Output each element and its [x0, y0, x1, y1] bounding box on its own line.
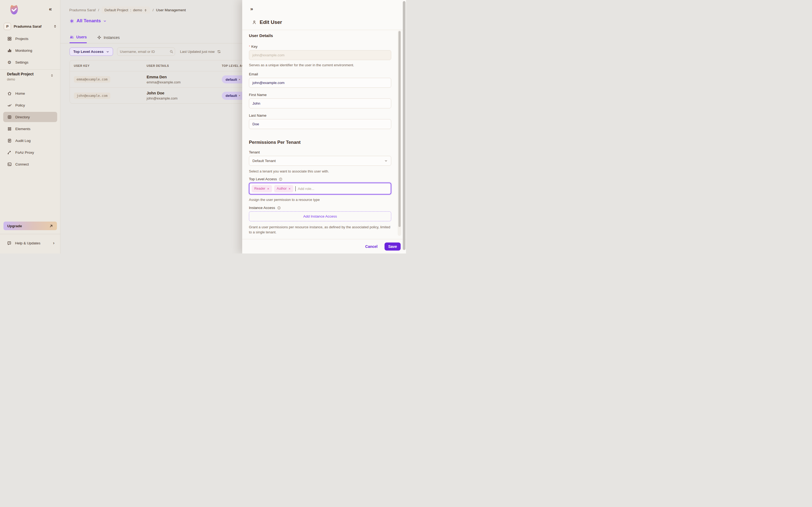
sidebar-item-label: Home: [15, 92, 25, 96]
chevron-down-icon: [103, 19, 107, 23]
sidebar-item-connect[interactable]: Connect: [3, 159, 57, 169]
tenant-helper: Select a tenant you want to associate th…: [249, 169, 329, 174]
org-avatar: P: [4, 23, 11, 30]
project-name: Default Project: [7, 72, 57, 76]
search-input[interactable]: [120, 50, 167, 54]
user-search: [117, 48, 175, 56]
sidebar-item-label: Projects: [15, 37, 29, 41]
sidebar-item-directory[interactable]: Directory: [3, 112, 57, 122]
col-user-details: USER DETAILS: [147, 64, 222, 67]
cancel-button[interactable]: Cancel: [365, 244, 377, 249]
required-asterisk: *: [249, 45, 250, 49]
help-label: Help & Updates: [15, 241, 41, 245]
sidebar-collapse-icon[interactable]: «: [49, 6, 51, 12]
col-user-key: USER KEY: [70, 64, 147, 67]
tab-users-label: Users: [76, 35, 87, 39]
help-chat-icon: ?: [7, 241, 11, 245]
user-name: John Doe: [147, 91, 222, 95]
org-name: Pradumna Saraf: [14, 24, 50, 29]
sidebar: « P Pradumna Saraf Projects Monitoring ⚙…: [0, 0, 60, 253]
sidebar-item-monitoring[interactable]: Monitoring: [3, 45, 57, 56]
breadcrumb-user[interactable]: Pradumna Saraf: [69, 8, 96, 12]
tab-instances[interactable]: Instances: [97, 32, 120, 43]
last-updated-label: Last Updated just now: [180, 50, 215, 54]
role-tenant: default: [225, 94, 237, 98]
chip-label: Author: [277, 187, 287, 190]
key-label: *Key: [249, 45, 257, 49]
svg-text:?: ?: [9, 242, 10, 244]
sidebar-divider: [0, 69, 60, 70]
help-updates-button[interactable]: ? Help & Updates ›: [3, 238, 57, 248]
sidebar-item-home[interactable]: Home: [3, 88, 57, 99]
circles-icon: [7, 127, 12, 131]
breadcrumb-separator: /: [98, 8, 99, 12]
project-switcher[interactable]: Default Project demo: [7, 72, 57, 81]
role-chips-input[interactable]: Reader × Author ×: [249, 183, 391, 194]
terminal-icon: [7, 162, 12, 167]
tenant-selector[interactable]: All Tenants: [69, 18, 107, 23]
instance-access-helper: Grant a user permissions per resource in…: [249, 225, 391, 235]
dot-separator: •: [239, 94, 240, 98]
users-icon: [69, 35, 74, 40]
user-name: Emma Den: [147, 75, 222, 79]
permit-logo-icon: [8, 4, 20, 16]
info-icon[interactable]: [277, 206, 281, 210]
info-icon[interactable]: [279, 177, 283, 181]
text-caret: [295, 186, 296, 191]
section-user-details: User Details: [249, 33, 273, 38]
save-button[interactable]: Save: [385, 242, 401, 250]
key-input[interactable]: john@example.com: [249, 50, 391, 60]
sidebar-item-foaz-proxy[interactable]: FoAz Proxy: [3, 147, 57, 158]
tenant-asterisk-icon: [69, 19, 74, 23]
org-switcher[interactable]: P Pradumna Saraf: [4, 22, 57, 31]
chevron-down-icon: [106, 50, 109, 53]
add-role-input[interactable]: [298, 187, 389, 191]
remove-chip-icon[interactable]: ×: [267, 187, 269, 191]
dot-separator: •: [239, 77, 240, 81]
access-filter-dropdown[interactable]: Top Level Access: [69, 48, 113, 56]
instances-icon: [97, 35, 101, 40]
updown-chevron-icon: [50, 73, 54, 77]
first-name-input[interactable]: John: [249, 99, 391, 108]
tenant-select-value: Default Tenant: [252, 159, 276, 163]
tenant-selector-label: All Tenants: [77, 18, 101, 23]
sidebar-item-elements[interactable]: Elements: [3, 124, 57, 134]
key-helper: Serves as a unique identifier for the us…: [249, 63, 354, 68]
search-icon[interactable]: [169, 50, 173, 54]
user-icon: [252, 20, 257, 25]
bar-chart-icon: [7, 48, 12, 53]
sidebar-item-policy[interactable]: Policy: [3, 100, 57, 110]
last-name-label: Last Name: [249, 113, 266, 117]
sidebar-item-label: Settings: [15, 60, 29, 64]
chevron-down-icon: [384, 159, 388, 163]
double-check-icon: [7, 103, 12, 108]
breadcrumb-project-pill[interactable]: Default Project : demo: [101, 6, 150, 14]
role-chip-author: Author ×: [274, 185, 293, 192]
gear-icon: ⚙: [7, 60, 12, 65]
refresh-icon[interactable]: [217, 50, 221, 54]
edit-user-drawer: » Edit User User Details *Key john@examp…: [242, 0, 406, 253]
last-name-input[interactable]: Doe: [249, 119, 391, 129]
window-scrollbar[interactable]: [403, 1, 405, 250]
sidebar-item-label: FoAz Proxy: [15, 151, 34, 155]
tenant-select[interactable]: Default Tenant: [249, 156, 391, 166]
remove-chip-icon[interactable]: ×: [288, 187, 291, 191]
arrow-up-right-icon: [49, 224, 53, 228]
add-instance-access-button[interactable]: Add Instance Access: [249, 211, 391, 221]
sidebar-item-projects[interactable]: Projects: [3, 34, 57, 44]
sidebar-item-settings[interactable]: ⚙ Settings: [3, 57, 57, 67]
drawer-title: Edit User: [260, 19, 282, 25]
tab-users[interactable]: Users: [69, 32, 87, 43]
email-input[interactable]: john@example.com: [249, 78, 391, 88]
sidebar-item-audit-log[interactable]: Audit Log: [3, 135, 57, 146]
upgrade-button[interactable]: Upgrade: [3, 222, 57, 230]
tenant-label: Tenant: [249, 150, 260, 154]
top-level-access-helper: Assign the user permission to a resource…: [249, 198, 320, 203]
breadcrumb-env: demo: [133, 8, 142, 12]
drawer-collapse-icon[interactable]: »: [250, 6, 253, 12]
user-email: emma@example.com: [147, 80, 222, 84]
drawer-scrollbar-thumb[interactable]: [399, 31, 401, 227]
section-permissions: Permissions Per Tenant: [249, 140, 300, 145]
grid-icon: [7, 37, 12, 41]
chip-label: Reader: [254, 187, 265, 190]
